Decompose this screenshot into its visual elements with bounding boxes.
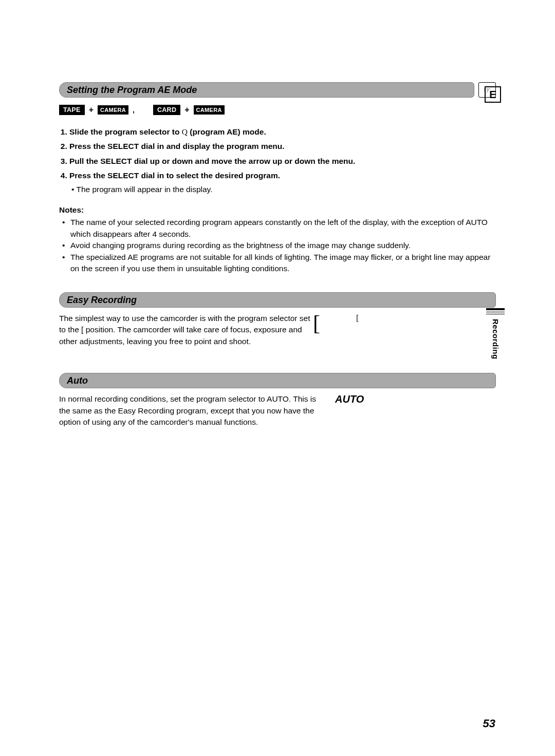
note-item: The specialized AE programs are not suit… <box>68 252 496 275</box>
notes-list: The name of your selected recording prog… <box>61 217 496 274</box>
section-title-auto: Auto <box>59 373 496 388</box>
step-1: Slide the program selector to Q (program… <box>69 126 496 138</box>
step-2: Press the SELECT dial in and display the… <box>69 141 496 152</box>
step-3: Pull the SELECT dial up or down and move… <box>69 156 496 167</box>
side-tab-label: Recording <box>491 319 500 360</box>
section-easy-recording: Easy Recording The simplest way to use t… <box>59 292 496 347</box>
bracket-icon-small: [ <box>356 314 359 323</box>
notes-heading: Notes: <box>59 205 496 215</box>
bracket-icon-large: [ <box>313 311 320 335</box>
plus-icon: + <box>89 105 94 115</box>
note-item: The name of your selected recording prog… <box>68 217 496 240</box>
plus-icon: + <box>184 105 189 115</box>
section-title-program-ae: Setting the Program AE Mode <box>59 82 474 98</box>
tag-card: CARD <box>153 105 180 115</box>
tag-camera: CAMERA <box>98 105 128 115</box>
side-tab: Recording <box>486 308 505 360</box>
page-content: E Setting the Program AE Mode ☞ TAPE + C… <box>59 82 496 428</box>
side-tab-lines-icon <box>486 308 505 316</box>
page-number: 53 <box>483 717 495 730</box>
section-title-easy-recording: Easy Recording <box>59 292 496 308</box>
auto-body: In normal recording conditions, set the … <box>59 393 326 428</box>
section-header-row: Setting the Program AE Mode ☞ <box>59 82 496 98</box>
auto-indicator-label: AUTO <box>335 393 364 405</box>
section-auto: Auto In normal recording conditions, set… <box>59 373 496 428</box>
tag-camera: CAMERA <box>194 105 225 115</box>
separator-comma: , <box>133 106 135 114</box>
instruction-steps: Slide the program selector to Q (program… <box>59 126 496 195</box>
mode-tags-row: TAPE + CAMERA , CARD + CAMERA <box>59 105 496 115</box>
tag-tape: TAPE <box>59 105 85 115</box>
note-item: Avoid changing programs during recording… <box>68 240 496 251</box>
easy-recording-body: The simplest way to use the camcorder is… <box>59 313 311 347</box>
language-indicator: E <box>485 86 501 103</box>
step-4: Press the SELECT dial in to select the d… <box>69 170 496 195</box>
step-4-substep: The program will appear in the display. <box>79 184 496 195</box>
